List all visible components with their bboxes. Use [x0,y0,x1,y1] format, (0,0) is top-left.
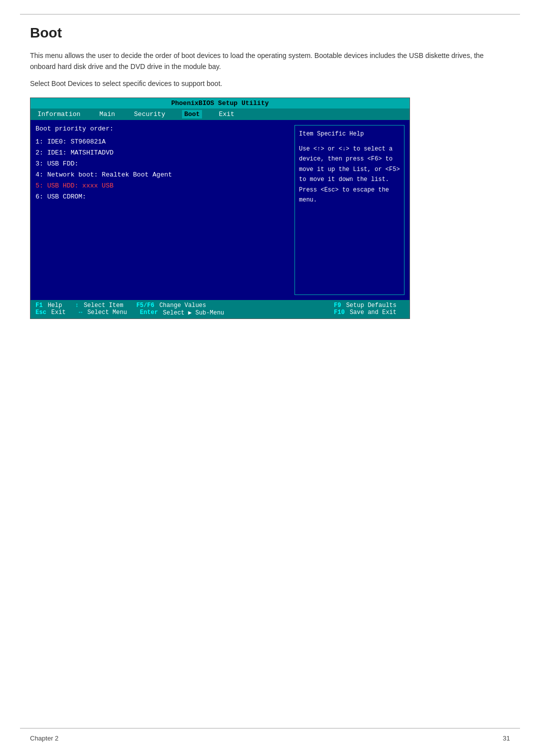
chapter-label: Chapter 2 [30,734,58,742]
bios-boot-list: 1: IDE0: ST960821A 2: IDE1: MATSHITADVD … [36,136,290,203]
boot-item-6[interactable]: 6: USB CDROM: [36,192,290,202]
boot-item-4[interactable]: 4: Network boot: Realtek Boot Agent [36,170,290,180]
bios-nav-security[interactable]: Security [132,110,167,118]
bios-nav-exit[interactable]: Exit [217,110,236,118]
page-footer: Chapter 2 31 [30,734,510,742]
page-number: 31 [503,734,510,742]
bios-help-panel: Item Specific Help Use <↑> or <↓> to sel… [294,125,404,295]
bios-nav-boot[interactable]: Boot [182,110,202,118]
footer-label-setup-defaults: Setup Defaults [346,302,396,309]
boot-item-3[interactable]: 3: USB FDD: [36,158,290,170]
bios-main-panel: Boot priority order: 1: IDE0: ST960821A … [36,125,294,295]
boot-item-1[interactable]: 1: IDE0: ST960821A [36,136,290,148]
top-divider [20,14,520,14]
bios-title-bar: PhoenixBIOS Setup Utility [30,98,410,108]
footer-label-change-values: Change Values [160,302,206,309]
description2: Select Boot Devices to select specific d… [30,80,510,88]
bottom-divider [20,728,520,728]
footer-key-enter: Enter [140,309,158,316]
footer-label-select-item: Select Item [84,302,123,309]
bios-title: PhoenixBIOS Setup Utility [171,100,268,107]
boot-item-2[interactable]: 2: IDE1: MATSHITADVD [36,148,290,158]
footer-key-f10: F10 [334,309,345,316]
footer-label-save-exit: Save and Exit [350,309,396,316]
description1: This menu allows the user to decide the … [30,50,510,72]
footer-label-exit: Exit [52,309,66,316]
bios-footer-row2: Esc Exit ↔ Select Menu Enter Select ▶ Su… [36,309,404,316]
footer-key-esc: Esc [36,309,46,316]
footer-key-lr-arrows: ↔ [78,309,82,316]
page-title: Boot [30,25,510,41]
footer-label-select-submenu: Select ▶ Sub-Menu [163,309,224,316]
footer-label-select-menu: Select Menu [88,309,127,316]
footer-key-f1: F1 [36,302,42,309]
bios-footer: F1 Help ↕ Select Item F5/F6 Change Value… [30,300,410,318]
bios-nav: Information Main Security Boot Exit [30,108,410,120]
bios-body: Boot priority order: 1: IDE0: ST960821A … [30,120,410,300]
bios-nav-information[interactable]: Information [36,110,82,118]
footer-label-help: Help [48,302,62,309]
bios-help-text: Use <↑> or <↓> to select a device, then … [299,144,400,205]
bios-help-title: Item Specific Help [299,130,400,139]
footer-key-f5f6: F5/F6 [136,302,154,309]
boot-item-5[interactable]: 5: USB HDD: xxxx USB [36,180,290,192]
footer-key-f9: F9 [334,302,341,309]
bios-nav-main[interactable]: Main [98,110,117,118]
bios-footer-row1: F1 Help ↕ Select Item F5/F6 Change Value… [36,302,404,309]
bios-box: PhoenixBIOS Setup Utility Information Ma… [30,98,410,319]
footer-key-arrows: ↕ [75,302,78,309]
bios-section-title: Boot priority order: [36,125,290,132]
